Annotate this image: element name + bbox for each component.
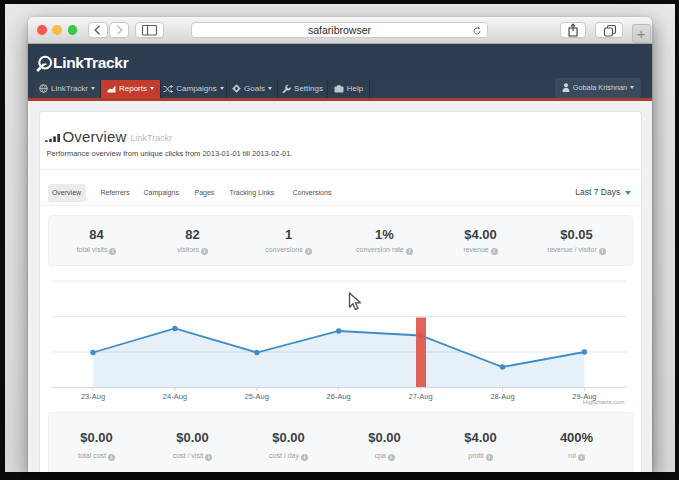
- svg-text:23-Aug: 23-Aug: [80, 392, 104, 401]
- svg-text:26-Aug: 26-Aug: [326, 392, 350, 401]
- svg-text:24-Aug: 24-Aug: [162, 392, 186, 401]
- svg-text:27-Aug: 27-Aug: [408, 392, 432, 401]
- svg-text:25-Aug: 25-Aug: [244, 392, 268, 401]
- svg-text:28-Aug: 28-Aug: [490, 392, 514, 401]
